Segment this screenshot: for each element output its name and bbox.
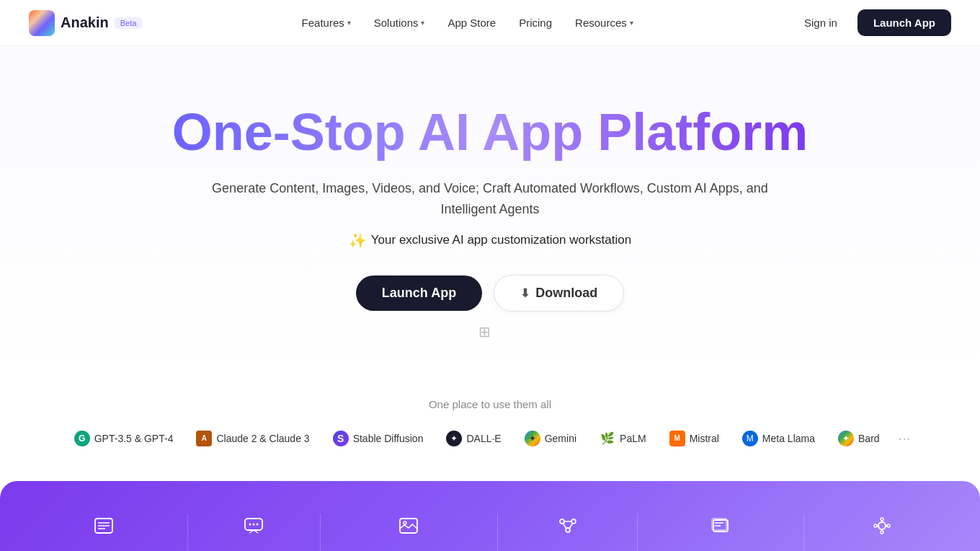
hero-subtitle: Generate Content, Images, Videos, and Vo…	[209, 178, 771, 220]
beta-badge: Beta	[115, 17, 143, 29]
gemini-icon: ✦	[525, 431, 540, 446]
hero-section: One-Stop AI App Platform Generate Conten…	[0, 46, 980, 369]
more-models-indicator: ···	[893, 430, 917, 446]
feature-batch-process: Batch Process	[683, 510, 758, 551]
model-chip-gpt: G GPT-3.5 & GPT-4	[64, 425, 184, 452]
nav-features[interactable]: Features ▾	[292, 11, 361, 35]
dalle-icon: ✦	[446, 431, 462, 446]
svg-point-5	[249, 523, 251, 525]
models-section: One place to use them all G GPT-3.5 & GP…	[0, 369, 980, 467]
svg-point-24	[887, 524, 890, 527]
svg-line-15	[569, 523, 573, 529]
svg-point-22	[881, 531, 883, 534]
feature-chatbot: Chatbot	[233, 510, 275, 551]
features-bottom-bar: Text Generator Chatbot Ima	[0, 481, 980, 551]
feature-divider	[497, 513, 498, 551]
mistral-icon: M	[669, 431, 685, 446]
nav-actions: Sign in Launch App	[793, 9, 951, 36]
model-chip-bard: ✦ Bard	[828, 425, 890, 452]
feature-divider	[187, 513, 188, 551]
launch-app-hero-button[interactable]: Launch App	[356, 276, 482, 311]
feature-divider	[803, 513, 804, 551]
feature-auto-agents: Auto Agents	[850, 510, 914, 551]
launch-app-nav-button[interactable]: Launch App	[858, 9, 951, 36]
feature-workflow: Workflow	[543, 510, 592, 551]
bard-icon: ✦	[838, 431, 854, 446]
svg-point-10	[560, 519, 564, 524]
logo-icon	[29, 10, 55, 36]
model-chip-gemini: ✦ Gemini	[514, 425, 587, 452]
chevron-down-icon: ▾	[347, 19, 351, 27]
nav-app-store[interactable]: App Store	[437, 11, 506, 35]
hero-title: One-Stop AI App Platform	[172, 104, 808, 161]
auto-agents-icon	[866, 510, 898, 542]
nav-pricing[interactable]: Pricing	[509, 11, 562, 35]
svg-point-11	[571, 519, 576, 524]
download-button[interactable]: ⬇ Download	[494, 275, 624, 312]
feature-divider	[320, 513, 321, 551]
text-generator-icon	[88, 510, 120, 542]
chevron-down-icon: ▾	[630, 19, 633, 27]
svg-point-9	[404, 521, 406, 524]
meta-llama-icon: M	[742, 431, 758, 446]
image-generator-icon	[393, 510, 424, 542]
claude-icon: A	[196, 431, 212, 446]
model-chip-llama: M Meta Llama	[732, 425, 825, 452]
nav-resources[interactable]: Resources ▾	[565, 11, 643, 35]
model-chip-palm: 🌿 PaLM	[589, 425, 656, 452]
windows-icon: ⊞	[478, 323, 491, 340]
svg-point-6	[253, 523, 255, 525]
download-icon: ⬇	[520, 286, 530, 300]
chevron-down-icon: ▾	[421, 19, 424, 27]
feature-divider	[637, 513, 638, 551]
batch-process-icon	[705, 510, 736, 542]
hero-tagline: ✨ Your exclusive AI app customization wo…	[349, 232, 631, 249]
gpt-icon: G	[74, 431, 90, 446]
feature-image-generator: Image Generator	[366, 510, 452, 551]
model-chip-mistral: M Mistral	[659, 425, 729, 452]
svg-point-7	[257, 523, 259, 525]
logo-link[interactable]: Anakin Beta	[29, 10, 142, 36]
models-row: G GPT-3.5 & GPT-4 A Claude 2 & Claude 3 …	[29, 425, 951, 452]
feature-text-generator: Text Generator	[66, 510, 142, 551]
svg-point-23	[874, 524, 877, 527]
svg-point-20	[878, 522, 886, 529]
model-chip-claude: A Claude 2 & Claude 3	[186, 425, 319, 452]
chatbot-icon	[238, 510, 270, 542]
nav-links: Features ▾ Solutions ▾ App Store Pricing…	[292, 11, 643, 35]
stable-diffusion-icon: S	[333, 431, 349, 446]
hero-buttons: Launch App ⬇ Download	[356, 275, 624, 312]
svg-line-14	[563, 523, 566, 529]
svg-point-21	[881, 518, 883, 521]
model-chip-sd: S Stable Diffusion	[323, 425, 434, 452]
models-label: One place to use them all	[29, 398, 951, 410]
model-chip-dalle: ✦ DALL·E	[436, 425, 511, 452]
brand-name: Anakin	[61, 14, 109, 31]
sign-in-button[interactable]: Sign in	[793, 11, 849, 35]
sparkle-icon: ✨	[349, 232, 367, 249]
navbar: Anakin Beta Features ▾ Solutions ▾ App S…	[0, 0, 980, 46]
palm-icon: 🌿	[600, 431, 615, 446]
nav-solutions[interactable]: Solutions ▾	[364, 11, 435, 35]
workflow-icon	[552, 510, 584, 542]
platform-icons: ⊞	[478, 323, 502, 340]
